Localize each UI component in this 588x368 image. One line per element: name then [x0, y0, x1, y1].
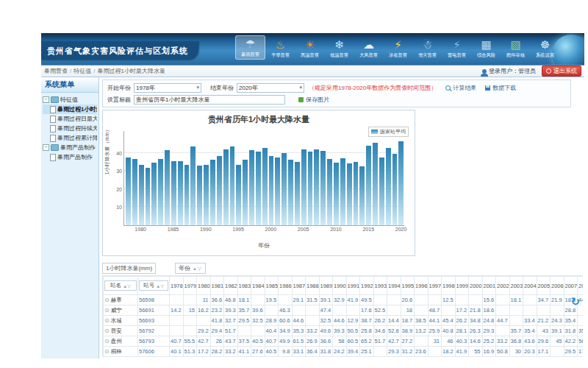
row-expand-icon[interactable]: ⊙: [104, 338, 110, 344]
measure-selector[interactable]: 1小时降水量(mm): [102, 263, 156, 274]
year-col-1989[interactable]: 1989: [319, 277, 333, 295]
sidebar-item[interactable]: 暴雨过程持续天数: [43, 124, 97, 133]
bar-1996[interactable]: [243, 160, 248, 225]
year-col-1992[interactable]: 1992: [360, 277, 374, 295]
sort-station-id-button[interactable]: 站号▲▽: [139, 280, 168, 291]
row-expand-icon[interactable]: ⊙: [104, 307, 110, 314]
year-col-1994[interactable]: 1994: [387, 277, 401, 295]
year-col-1980[interactable]: 1980: [197, 277, 211, 295]
sidebar-item[interactable]: 暴雨产品制作: [43, 152, 97, 162]
bar-1986[interactable]: [178, 161, 183, 225]
nav-comprehensive-risk[interactable]: ▦综合风险: [472, 37, 501, 60]
bar-1981[interactable]: [146, 168, 151, 225]
bar-2001[interactable]: [275, 158, 280, 225]
nav-low-temp-survey[interactable]: ❄低温普查: [325, 37, 354, 60]
bar-1979[interactable]: [132, 159, 137, 225]
bar-1985[interactable]: [171, 161, 176, 225]
year-col-2004[interactable]: 2004: [523, 277, 537, 295]
bar-2008[interactable]: [320, 151, 326, 225]
bar-2007[interactable]: [314, 149, 319, 225]
bar-1998[interactable]: [256, 152, 261, 225]
bar-1988[interactable]: [190, 146, 196, 225]
row-expand-icon[interactable]: ⊙: [104, 297, 110, 303]
bar-2013[interactable]: [354, 162, 359, 225]
year-col-1984[interactable]: 1984: [251, 277, 265, 295]
year-col-1991[interactable]: 1991: [346, 277, 360, 295]
calc-result-button[interactable]: 计算结果: [445, 84, 476, 92]
start-year-select[interactable]: 1978年▾: [134, 83, 201, 93]
year-col-2005[interactable]: 2005: [537, 277, 551, 295]
year-col-2002[interactable]: 2002: [496, 277, 510, 295]
year-col-1982[interactable]: 1982: [224, 277, 238, 295]
bar-1978[interactable]: [126, 158, 131, 225]
year-col-1985[interactable]: 1985: [265, 277, 279, 295]
bar-2015[interactable]: [366, 146, 371, 225]
year-col-1996[interactable]: 1996: [415, 277, 429, 295]
end-year-select[interactable]: 2020年▾: [237, 83, 304, 93]
sidebar-item[interactable]: −暴雨产品制作: [43, 143, 97, 152]
bar-2017[interactable]: [379, 158, 384, 225]
year-col-1979[interactable]: 1979: [183, 277, 197, 295]
bar-1999[interactable]: [262, 148, 268, 225]
year-col-2008[interactable]: 2008: [578, 277, 584, 295]
year-col-1987[interactable]: 1987: [292, 277, 306, 295]
bar-1984[interactable]: [165, 150, 170, 225]
breadcrumb-item[interactable]: 暴雨普查: [44, 68, 68, 74]
year-col-1983[interactable]: 1983: [237, 277, 251, 295]
bar-2012[interactable]: [347, 163, 352, 225]
year-col-1978[interactable]: 1978: [170, 277, 184, 295]
bar-1989[interactable]: [197, 166, 202, 225]
nav-lightning-survey[interactable]: ⚡雷电普查: [442, 37, 471, 60]
bar-2014[interactable]: [359, 166, 365, 225]
data-download-button[interactable]: 数据下载: [485, 84, 516, 92]
logout-button[interactable]: 退出系统: [542, 66, 581, 77]
nav-wind-survey[interactable]: ☁大风普查: [354, 37, 383, 60]
year-col-2007[interactable]: 2007: [564, 277, 578, 295]
row-expand-icon[interactable]: ⊙: [104, 348, 110, 355]
nav-system-settings[interactable]: ☸系统设置: [531, 37, 559, 60]
save-image-button[interactable]: 保存图片: [298, 96, 329, 104]
sort-station-button[interactable]: 站名▲▽: [104, 280, 137, 291]
bar-1991[interactable]: [210, 160, 215, 225]
bar-1990[interactable]: [204, 165, 209, 225]
row-expand-icon[interactable]: ⊙: [104, 317, 110, 324]
bar-2003[interactable]: [288, 160, 293, 225]
bar-2011[interactable]: [340, 158, 345, 225]
bar-2009[interactable]: [327, 159, 332, 225]
nav-rainstorm-survey[interactable]: ☂暴雨普查: [235, 35, 265, 60]
bar-1982[interactable]: [151, 163, 157, 225]
nav-snow-survey[interactable]: ☃雪灾普查: [413, 37, 442, 60]
year-col-1981[interactable]: 1981: [210, 277, 224, 295]
year-col-2000[interactable]: 2000: [469, 277, 483, 295]
bar-1987[interactable]: [184, 165, 190, 225]
bar-1995[interactable]: [236, 165, 241, 225]
year-col-1990[interactable]: 1990: [333, 277, 347, 295]
nav-drought-survey[interactable]: ♨干旱普查: [266, 37, 295, 60]
year-col-2001[interactable]: 2001: [482, 277, 496, 295]
nav-hail-survey[interactable]: ⚡冰雹普查: [384, 37, 412, 60]
sidebar-item[interactable]: 暴雨过程1小时最大降水量: [43, 105, 97, 114]
year-col-1986[interactable]: 1986: [279, 277, 293, 295]
bar-1980[interactable]: [139, 165, 144, 225]
row-expand-icon[interactable]: ⊙: [104, 328, 110, 334]
bar-2004[interactable]: [295, 162, 300, 225]
breadcrumb-item[interactable]: 特征值: [74, 68, 91, 74]
year-col-1995[interactable]: 1995: [401, 277, 415, 295]
sidebar-item[interactable]: 暴雨过程日最大降水量: [43, 114, 97, 124]
chart-title-input[interactable]: 贵州省历年1小时最大降水量: [134, 95, 285, 105]
year-col-1993[interactable]: 1993: [373, 277, 387, 295]
collapse-icon[interactable]: −: [43, 96, 49, 103]
bar-2005[interactable]: [301, 149, 306, 225]
year-col-2006[interactable]: 2006: [551, 277, 564, 295]
bar-2010[interactable]: [334, 163, 339, 225]
bar-2002[interactable]: [282, 153, 287, 225]
year-col-1999[interactable]: 1999: [455, 277, 469, 295]
nav-map-review[interactable]: ▧图件审核: [501, 37, 530, 60]
year-dimension-sort[interactable]: 年份 ▲▽: [175, 263, 206, 274]
year-col-1998[interactable]: 1998: [442, 277, 456, 295]
bar-1983[interactable]: [158, 159, 163, 225]
bar-1994[interactable]: [230, 146, 235, 225]
collapse-icon[interactable]: −: [43, 144, 49, 151]
bar-2020[interactable]: [398, 141, 404, 225]
bar-1992[interactable]: [217, 156, 222, 225]
